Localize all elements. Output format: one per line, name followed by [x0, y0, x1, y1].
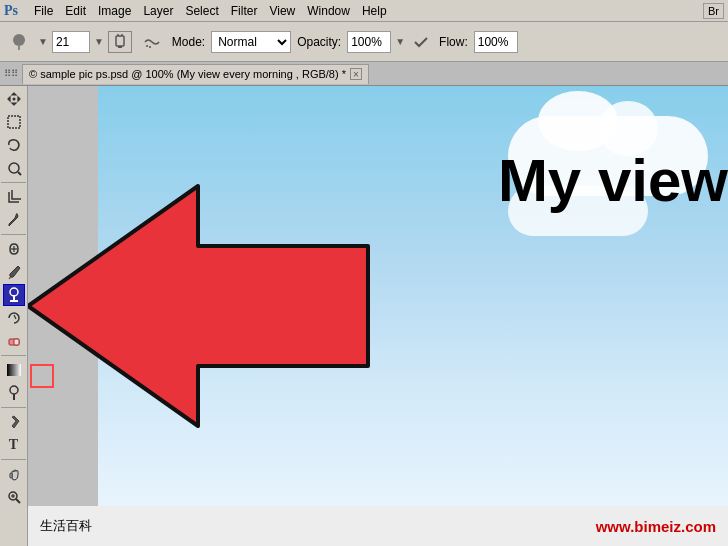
tab-bar: ⠿⠿ © sample pic ps.psd @ 100% (My view e… — [0, 62, 728, 86]
watermark-text-left: 生活百科 — [40, 517, 92, 535]
watermark-text-right: www.bimeiz.com — [596, 518, 716, 535]
airbrush-toggle[interactable] — [136, 27, 166, 57]
svg-line-9 — [18, 172, 21, 175]
tablet-pressure-icon[interactable] — [108, 31, 132, 53]
toolbox-separator-2 — [1, 234, 25, 235]
tab-close-button[interactable]: × — [350, 68, 362, 80]
tool-quick-select[interactable] — [3, 157, 25, 179]
tool-eraser[interactable] — [3, 330, 25, 352]
menu-select[interactable]: Select — [179, 4, 224, 18]
toolbar: ▼ 21 ▼ Mode: Normal Dissolve Multiply Sc… — [0, 22, 728, 62]
watermark-bar: 生活百科 www.bimeiz.com — [28, 506, 728, 546]
toolbox-separator-3 — [1, 355, 25, 356]
tool-zoom[interactable] — [3, 486, 25, 508]
menu-edit[interactable]: Edit — [59, 4, 92, 18]
svg-rect-21 — [10, 473, 12, 478]
svg-rect-18 — [7, 364, 21, 376]
tool-crop[interactable] — [3, 186, 25, 208]
svg-rect-3 — [118, 46, 122, 48]
brush-size-arrow[interactable]: ▼ — [94, 36, 104, 47]
flow-label: Flow: — [437, 35, 470, 49]
canvas-area: My view 生活百科 www.bimeiz.com — [28, 86, 728, 546]
tool-clone-stamp[interactable] — [3, 284, 25, 306]
tool-brush[interactable] — [3, 261, 25, 283]
tool-gradient[interactable] — [3, 359, 25, 381]
opacity-label: Opacity: — [295, 35, 343, 49]
tool-hand[interactable] — [3, 463, 25, 485]
blend-mode-select[interactable]: Normal Dissolve Multiply Screen Overlay — [211, 31, 291, 53]
svg-line-23 — [16, 499, 20, 503]
svg-point-12 — [10, 288, 18, 296]
opacity-arrow[interactable]: ▼ — [395, 36, 405, 47]
tab-title: © sample pic ps.psd @ 100% (My view ever… — [29, 68, 346, 80]
ps-logo: Ps — [4, 3, 18, 19]
svg-rect-7 — [8, 116, 20, 128]
menu-filter[interactable]: Filter — [225, 4, 264, 18]
tool-history-brush[interactable] — [3, 307, 25, 329]
tool-heal[interactable] — [3, 238, 25, 260]
toolbox-separator-5 — [1, 459, 25, 460]
svg-line-15 — [14, 315, 16, 319]
tool-type[interactable]: T — [3, 434, 25, 456]
svg-point-5 — [149, 46, 151, 48]
menu-view[interactable]: View — [263, 4, 301, 18]
svg-rect-2 — [116, 36, 124, 46]
flow-input[interactable]: 100% — [474, 31, 518, 53]
brush-size-input[interactable]: 21 — [52, 31, 90, 53]
svg-point-19 — [10, 386, 18, 394]
tool-preset-picker[interactable] — [4, 27, 34, 57]
tool-marquee[interactable] — [3, 111, 25, 133]
tool-preset-arrow[interactable]: ▼ — [38, 36, 48, 47]
tool-pen[interactable] — [3, 411, 25, 433]
tool-dodge[interactable] — [3, 382, 25, 404]
menu-window[interactable]: Window — [301, 4, 356, 18]
sky-background: My view — [98, 86, 728, 506]
drag-handle: ⠿⠿ — [4, 69, 18, 79]
svg-point-4 — [146, 45, 148, 47]
tool-move[interactable] — [3, 88, 25, 110]
opacity-input[interactable]: 100% — [347, 31, 391, 53]
svg-rect-14 — [10, 300, 18, 302]
svg-rect-17 — [14, 339, 19, 345]
always-use-pressure-icon[interactable] — [409, 30, 433, 54]
canvas-text: My view — [498, 146, 728, 215]
tool-eyedropper[interactable] — [3, 209, 25, 231]
svg-rect-1 — [18, 45, 20, 50]
menu-image[interactable]: Image — [92, 4, 137, 18]
main-area: T My view 生活百科 www.bimeiz.com — [0, 86, 728, 546]
svg-point-8 — [9, 163, 19, 173]
toolbox: T — [0, 86, 28, 546]
toolbox-separator-1 — [1, 182, 25, 183]
menu-layer[interactable]: Layer — [137, 4, 179, 18]
menu-help[interactable]: Help — [356, 4, 393, 18]
svg-point-6 — [12, 98, 15, 101]
canvas-gray-area — [28, 86, 98, 506]
tool-lasso[interactable] — [3, 134, 25, 156]
mode-label: Mode: — [170, 35, 207, 49]
menu-bar: Ps File Edit Image Layer Select Filter V… — [0, 0, 728, 22]
menu-file[interactable]: File — [28, 4, 59, 18]
svg-point-0 — [13, 34, 25, 46]
bridge-button[interactable]: Br — [703, 3, 724, 19]
toolbox-separator-4 — [1, 407, 25, 408]
document-tab[interactable]: © sample pic ps.psd @ 100% (My view ever… — [22, 64, 369, 84]
